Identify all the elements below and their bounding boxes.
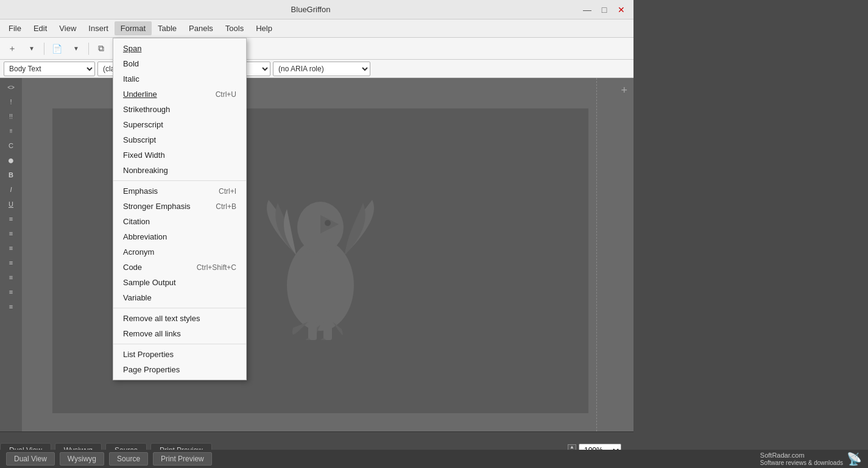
format-variable[interactable]: Variable (113, 290, 246, 305)
menu-table[interactable]: Table (152, 21, 183, 35)
status-bar: Dual View Wysiwyg Source Print Preview S… (0, 450, 868, 468)
new-dropdown-button[interactable]: ▼ (23, 40, 40, 57)
title-bar-controls: — □ ✕ (580, 2, 629, 17)
softRadar-icon: 📡 (847, 452, 862, 466)
restore-button[interactable]: □ (597, 2, 612, 17)
format-remove-links[interactable]: Remove all links (113, 326, 246, 341)
sidebar-italic-btn[interactable]: I (2, 183, 19, 196)
title-bar: BlueGriffon — □ ✕ (0, 0, 633, 20)
open-button[interactable]: 📄 (48, 40, 65, 57)
format-italic[interactable]: Italic (113, 71, 246, 87)
format-superscript[interactable]: Superscript (113, 117, 246, 132)
aria-select[interactable]: (no ARIA role) (273, 62, 370, 76)
softRadar-text: SoftRadar.comSoftware reviews & download… (760, 452, 843, 466)
menu-view[interactable]: View (53, 21, 82, 35)
status-wysiwyg-button[interactable]: Wysiwyg (60, 452, 104, 466)
status-print-preview-button[interactable]: Print Preview (153, 452, 212, 466)
close-button[interactable]: ✕ (614, 2, 629, 17)
svg-rect-5 (323, 322, 332, 340)
format-emphasis[interactable]: EmphasisCtrl+I (113, 183, 246, 199)
sidebar-underline-btn[interactable]: U (2, 197, 19, 211)
zoom-up-button[interactable]: ▲ (568, 444, 576, 450)
dropdown-separator-3 (113, 344, 246, 344)
sidebar-circle-btn[interactable]: ● (2, 154, 19, 167)
format-underline[interactable]: UnderlineCtrl+U (113, 87, 246, 102)
menu-file[interactable]: File (2, 21, 27, 35)
minimize-button[interactable]: — (580, 2, 595, 17)
sidebar: <> ! !! ‼ C ● B I U ≡ ≡ ≡ ≡ ≡ ≡ ≡ (0, 78, 22, 431)
format-acronym[interactable]: Acronym (113, 244, 246, 260)
sidebar-list5-btn[interactable]: ≡ (2, 271, 19, 284)
format-sample-output[interactable]: Sample Output (113, 275, 246, 290)
sidebar-list4-btn[interactable]: ≡ (2, 256, 19, 269)
format-span[interactable]: Span (113, 41, 246, 56)
format-abbreviation[interactable]: Abbreviation (113, 229, 246, 244)
dropdown-separator-2 (113, 308, 246, 308)
softRadar-logo: SoftRadar.comSoftware reviews & download… (760, 452, 862, 466)
dropdown-separator-1 (113, 180, 246, 181)
add-panel-button[interactable]: + (621, 84, 627, 97)
format-dropdown-menu: Span Bold Italic UnderlineCtrl+U Striket… (113, 38, 247, 380)
format-bar: Body Text (class) Variable width (no ARI… (0, 60, 633, 78)
format-stronger-emphasis[interactable]: Stronger EmphasisCtrl+B (113, 199, 246, 214)
griffin-logo (259, 182, 381, 340)
sidebar-tri-excl-btn[interactable]: ‼ (2, 124, 19, 138)
menu-tools[interactable]: Tools (219, 21, 250, 35)
save-button[interactable]: ⧉ (93, 40, 110, 57)
menu-bar: File Edit View Insert Format Table Panel… (0, 20, 633, 38)
format-page-properties[interactable]: Page Properties (113, 362, 246, 377)
format-code[interactable]: CodeCtrl+Shift+C (113, 260, 246, 275)
format-fixed-width[interactable]: Fixed Width (113, 147, 246, 163)
open-dropdown-button[interactable]: ▼ (68, 40, 85, 57)
format-strikethrough[interactable]: Strikethrough (113, 102, 246, 117)
sidebar-c-btn[interactable]: C (2, 139, 19, 152)
format-nonbreaking[interactable]: Nonbreaking (113, 163, 246, 178)
menu-panels[interactable]: Panels (183, 21, 219, 35)
menu-help[interactable]: Help (250, 21, 278, 35)
sidebar-dbl-excl-btn[interactable]: !! (2, 110, 19, 123)
format-list-properties[interactable]: List Properties (113, 347, 246, 362)
menu-insert[interactable]: Insert (82, 21, 115, 35)
sidebar-list7-btn[interactable]: ≡ (2, 300, 19, 313)
sidebar-bold-btn[interactable]: B (2, 168, 19, 182)
style-select[interactable]: Body Text (4, 62, 95, 76)
app-title: BlueGriffon (41, 5, 580, 14)
sidebar-list1-btn[interactable]: ≡ (2, 212, 19, 225)
toolbar: ＋ ▼ 📄 ▼ ⧉ ⊡ 🌐 (0, 38, 633, 60)
format-bold[interactable]: Bold (113, 56, 246, 71)
format-subscript[interactable]: Subscript (113, 132, 246, 147)
menu-format[interactable]: Format (115, 21, 152, 35)
sidebar-list2-btn[interactable]: ≡ (2, 227, 19, 240)
dashed-border (596, 78, 597, 431)
sidebar-code-btn[interactable]: <> (2, 80, 19, 94)
right-panel: — □ ✕ (633, 0, 868, 468)
status-dual-view-button[interactable]: Dual View (6, 452, 55, 466)
format-remove-styles[interactable]: Remove all text styles (113, 311, 246, 326)
svg-point-0 (287, 239, 354, 331)
status-source-button[interactable]: Source (109, 452, 148, 466)
svg-rect-4 (308, 322, 317, 340)
sidebar-excl-btn[interactable]: ! (2, 95, 19, 108)
format-citation[interactable]: Citation (113, 214, 246, 229)
menu-edit[interactable]: Edit (27, 21, 53, 35)
sidebar-list3-btn[interactable]: ≡ (2, 241, 19, 255)
svg-point-3 (325, 220, 331, 226)
sidebar-list6-btn[interactable]: ≡ (2, 285, 19, 299)
new-button[interactable]: ＋ (4, 40, 21, 57)
